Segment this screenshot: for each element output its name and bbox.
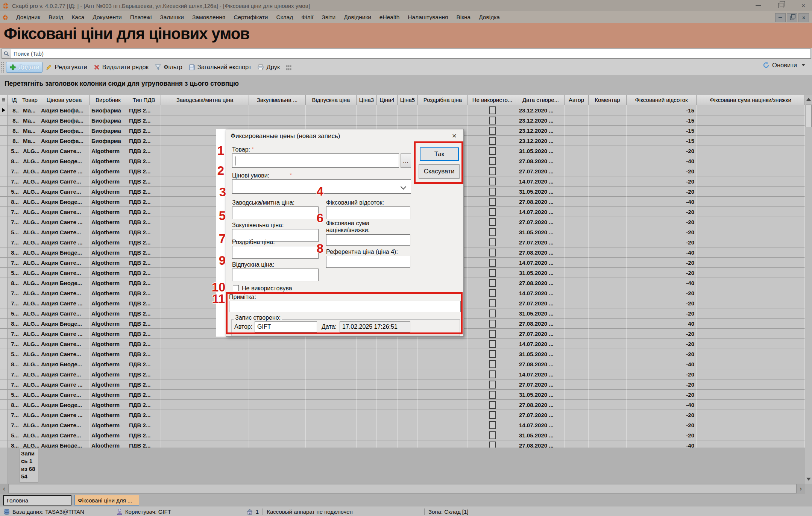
checkbox-unchecked-icon[interactable] bbox=[489, 299, 496, 307]
checkbox-unchecked-icon[interactable] bbox=[489, 249, 496, 256]
not-used-cell[interactable] bbox=[468, 410, 517, 420]
menu-item-сертифікати[interactable]: Сертифікати bbox=[229, 12, 272, 22]
not-used-cell[interactable] bbox=[468, 329, 517, 339]
scroll-down-icon[interactable] bbox=[806, 478, 811, 481]
table-row[interactable]: 5...ALG...Акция Санте...AlgothermПДВ 2..… bbox=[0, 430, 805, 440]
zavod-input[interactable] bbox=[232, 206, 319, 219]
checkbox-unchecked-icon[interactable] bbox=[489, 330, 496, 338]
columns-icon[interactable] bbox=[283, 62, 295, 72]
checkbox-unchecked-icon[interactable] bbox=[489, 310, 496, 317]
table-row[interactable]: 7...ALG...Акция Санте...AlgothermПДВ 2..… bbox=[0, 369, 805, 379]
not-used-cell[interactable] bbox=[468, 319, 517, 329]
checkbox-unchecked-icon[interactable] bbox=[489, 411, 496, 419]
column-header[interactable]: Тип ПДВ bbox=[127, 95, 161, 105]
column-header[interactable]: Ціна4 bbox=[377, 95, 398, 105]
checkbox-unchecked-icon[interactable] bbox=[489, 127, 496, 135]
column-header[interactable]: Фіксована сума націнки/знижки bbox=[697, 95, 805, 105]
suma-input[interactable] bbox=[326, 234, 410, 246]
tovar-input[interactable] bbox=[232, 153, 399, 168]
not-used-cell[interactable] bbox=[468, 258, 517, 268]
not-used-cell[interactable] bbox=[468, 420, 517, 430]
menu-item-вихід[interactable]: Вихід bbox=[44, 12, 67, 22]
menu-item-довідка[interactable]: Довідка bbox=[475, 12, 504, 22]
mdi-restore-icon[interactable] bbox=[787, 13, 797, 22]
close-icon[interactable]: × bbox=[799, 2, 807, 10]
minimize-icon[interactable] bbox=[754, 2, 762, 10]
checkbox-unchecked-icon[interactable] bbox=[489, 289, 496, 297]
tab-home[interactable]: Головна bbox=[3, 495, 71, 505]
checkbox-unchecked-icon[interactable] bbox=[489, 370, 496, 378]
column-header[interactable]: Дата створе... bbox=[517, 95, 565, 105]
checkbox-unchecked-icon[interactable] bbox=[489, 188, 496, 196]
menu-item-вікна[interactable]: Вікна bbox=[452, 12, 475, 22]
checkbox-unchecked-icon[interactable] bbox=[489, 340, 496, 348]
checkbox-unchecked-icon[interactable] bbox=[489, 238, 496, 246]
vidpusk-input[interactable] bbox=[232, 269, 319, 281]
rozdrib-input[interactable] bbox=[232, 246, 319, 259]
export-button[interactable]: Загальний експорт bbox=[185, 62, 255, 72]
not-used-cell[interactable] bbox=[468, 298, 517, 308]
not-used-cell[interactable] bbox=[468, 339, 517, 349]
menu-item-довідник[interactable]: Довідник bbox=[12, 12, 44, 22]
column-header[interactable]: Коментар bbox=[589, 95, 627, 105]
not-used-cell[interactable] bbox=[468, 308, 517, 319]
not-used-cell[interactable] bbox=[468, 369, 517, 379]
checkbox-unchecked-icon[interactable] bbox=[489, 259, 496, 267]
not-used-cell[interactable] bbox=[468, 197, 517, 207]
scroll-right-icon[interactable]: › bbox=[797, 484, 805, 494]
menu-item-замовлення[interactable]: Замовлення bbox=[188, 12, 229, 22]
refresh-dropdown-icon[interactable] bbox=[801, 64, 805, 66]
column-header[interactable]: Відпускна ціна bbox=[306, 95, 357, 105]
table-row[interactable]: 7...ALG...Акция Санте...AlgothermПДВ 2..… bbox=[0, 420, 805, 430]
column-header[interactable]: Не використо... bbox=[468, 95, 517, 105]
not-used-cell[interactable] bbox=[468, 247, 517, 258]
table-row[interactable]: 7...ALG...Акция Санте ...AlgothermПДВ 2.… bbox=[0, 410, 805, 420]
table-row[interactable]: 8...ALG...Акция Биоде...AlgothermПДВ 2..… bbox=[0, 400, 805, 410]
add-button[interactable]: Додати bbox=[6, 62, 42, 73]
table-row[interactable]: 8...ALG...Акция Биоде...AlgothermПДВ 2..… bbox=[0, 359, 805, 369]
mdi-minimize-icon[interactable] bbox=[775, 13, 786, 22]
not-used-cell[interactable] bbox=[468, 105, 517, 115]
checkbox-unchecked-icon[interactable] bbox=[489, 350, 496, 358]
not-used-cell[interactable] bbox=[468, 176, 517, 187]
not-used-cell[interactable] bbox=[468, 115, 517, 126]
menu-item-довідники[interactable]: Довідники bbox=[340, 12, 375, 22]
column-header[interactable]: Роздрібна ціна bbox=[418, 95, 468, 105]
checkbox-unchecked-icon[interactable] bbox=[489, 442, 496, 448]
horizontal-scrollbar[interactable]: ‹ › bbox=[0, 484, 805, 494]
checkbox-unchecked-icon[interactable] bbox=[489, 208, 496, 216]
checkbox-unchecked-icon[interactable] bbox=[489, 381, 496, 389]
menu-item-налаштування[interactable]: Налаштування bbox=[404, 12, 452, 22]
vertical-scrollbar[interactable] bbox=[805, 95, 812, 484]
not-used-cell[interactable] bbox=[468, 126, 517, 136]
not-used-cell[interactable] bbox=[468, 430, 517, 440]
table-row[interactable]: 8...ALG...Акция Биоде...AlgothermПДВ 2..… bbox=[0, 440, 805, 448]
menu-item-каса[interactable]: Каса bbox=[67, 12, 88, 22]
menu-item-філії[interactable]: Філії bbox=[297, 12, 317, 22]
not-used-cell[interactable] bbox=[468, 156, 517, 166]
not-used-cell[interactable] bbox=[468, 379, 517, 390]
checkbox-unchecked-icon[interactable] bbox=[489, 218, 496, 226]
dialog-close-icon[interactable]: × bbox=[450, 131, 459, 140]
menu-item-документи[interactable]: Документи bbox=[88, 12, 126, 22]
column-header[interactable]: Товар bbox=[21, 95, 39, 105]
not-used-cell[interactable] bbox=[468, 288, 517, 298]
column-header[interactable]: Фіксований відсоток bbox=[627, 95, 697, 105]
menu-item-звіти[interactable]: Звіти bbox=[317, 12, 340, 22]
checkbox-unchecked-icon[interactable] bbox=[489, 147, 496, 155]
checkbox-unchecked-icon[interactable] bbox=[489, 157, 496, 165]
menu-item-ehealth[interactable]: eHealth bbox=[375, 12, 404, 22]
group-by-panel[interactable]: Перетягніть заголовок колонки сюди для у… bbox=[0, 75, 812, 95]
checkbox-unchecked-icon[interactable] bbox=[489, 279, 496, 287]
search-input[interactable] bbox=[11, 50, 810, 57]
not-used-cell[interactable] bbox=[468, 166, 517, 176]
checkbox-unchecked-icon[interactable] bbox=[489, 269, 496, 277]
menu-item-платежі[interactable]: Платежі bbox=[126, 12, 156, 22]
scroll-left-icon[interactable]: ‹ bbox=[0, 484, 8, 494]
column-header[interactable]: Ціна5 bbox=[398, 95, 418, 105]
not-used-cell[interactable] bbox=[468, 207, 517, 217]
not-used-cell[interactable] bbox=[468, 268, 517, 278]
checkbox-unchecked-icon[interactable] bbox=[489, 117, 496, 124]
table-row[interactable]: 7...ALG...Акция Санте...AlgothermПДВ 2..… bbox=[0, 339, 805, 349]
not-used-cell[interactable] bbox=[468, 237, 517, 247]
